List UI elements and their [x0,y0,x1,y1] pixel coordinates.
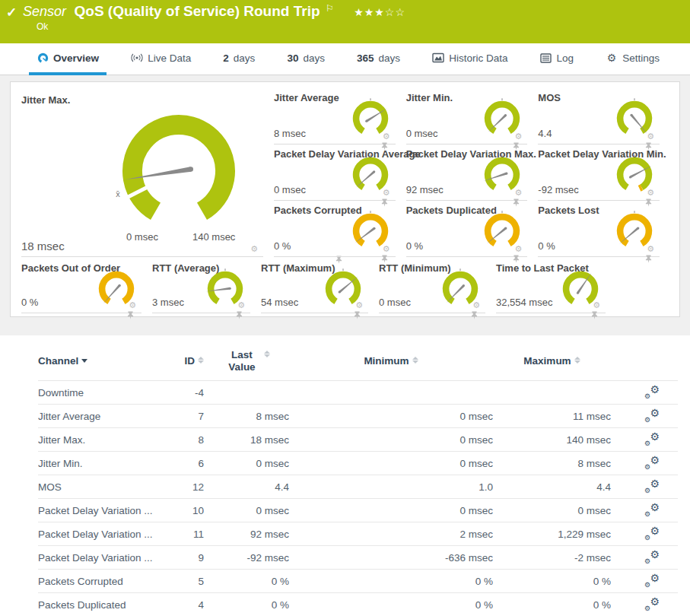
flag-icon[interactable]: ⚐ [326,3,334,14]
channel-maximum: 8 msec [493,458,611,469]
channel-name[interactable]: Packets Corrupted [38,576,173,587]
channel-settings-gears-icon[interactable]: ⚙⚙ [644,597,660,611]
tab-log[interactable]: Log [533,43,582,75]
channel-settings-gears-icon[interactable]: ⚙⚙ [644,503,660,516]
small-gauges-grid: Jitter Average 8 msec ⚙ Jitter Min. 0 ms… [274,88,670,257]
channel-last-value: 0 msec [204,458,289,469]
tab-2-days[interactable]: 2 days [215,43,262,75]
tab-30-days[interactable]: 30 days [279,43,332,75]
main-gauge-block: Jitter Max. x̄ 0 msec 140 msec 18 msec ⚙ [21,88,263,257]
gauge-settings-gear-icon[interactable]: ⚙ [383,132,390,141]
tab-settings[interactable]: ⚙ Settings [598,43,667,75]
sort-icon [198,357,204,364]
channel-id: 7 [173,411,204,422]
channel-name[interactable]: Jitter Min. [38,458,173,469]
channel-settings-gears-icon[interactable]: ⚙⚙ [644,432,660,446]
channel-settings-gears-icon[interactable]: ⚙⚙ [644,479,660,493]
gauge-value: -92 msec [538,184,578,195]
channel-last-value: 0 % [204,576,289,587]
historic-icon [432,52,444,64]
gauge-settings-gear-icon[interactable]: ⚙ [647,189,654,197]
gauge-block-time-to-last-packet: Time to Last Packet 32,554 msec ⚙ [496,259,606,313]
channel-id: 4 [173,599,204,611]
channel-name[interactable]: Packet Delay Variation ... [38,505,173,516]
priority-stars[interactable]: ★★★☆☆ [354,6,405,18]
gauge-settings-gear-icon[interactable]: ⚙ [355,301,363,310]
gauge-settings-gear-icon[interactable]: ⚙ [129,301,136,310]
gauge-settings-gear-icon[interactable]: ⚙ [250,245,258,253]
tab-historic-data[interactable]: Historic Data [424,43,515,75]
gauge-value: 54 msec [261,297,298,308]
channel-name[interactable]: Downtime [38,387,173,398]
tab-overview[interactable]: Overview [29,43,107,75]
table-row: Packets Corrupted 5 0 % 0 % 0 % ⚙⚙ [38,569,678,592]
live-icon [131,52,143,64]
gauge-title: Packet Delay Variation Average [274,148,421,160]
gauge-settings-gear-icon[interactable]: ⚙ [472,301,480,310]
gauge-block-packets-out-of-order: Packets Out of Order 0 % ⚙ [21,259,141,313]
channel-name[interactable]: Packets Duplicated [38,599,173,611]
channel-minimum: 0 % [289,599,493,611]
gauge-value: 4.4 [538,128,552,139]
gauge-value: 0 % [274,240,291,252]
gauges-panel: Jitter Max. x̄ 0 msec 140 msec 18 msec ⚙… [10,81,680,317]
sensor-kind-label: Sensor [23,4,66,19]
gauge-settings-gear-icon[interactable]: ⚙ [647,245,654,253]
channel-maximum: 0 msec [493,505,611,516]
channel-name[interactable]: Jitter Average [38,411,173,422]
column-header-channel[interactable]: Channel [38,355,173,367]
channel-minimum: 2 msec [289,529,493,540]
gauge-settings-gear-icon[interactable]: ⚙ [237,301,245,310]
gauge-block-packets-duplicated: Packets Duplicated 0 % ⚙ [406,201,528,257]
gauge-settings-gear-icon[interactable]: ⚙ [383,189,390,197]
channel-name[interactable]: Packet Delay Variation ... [38,529,173,540]
channel-last-value: 4.4 [204,481,289,493]
tab-live-data[interactable]: Live Data [123,43,199,75]
channel-maximum: 11 msec [493,411,611,422]
gauge-value: 8 msec [274,128,306,139]
status-ok-check-icon: ✓ [6,5,17,21]
gauge-value: 0 msec [406,128,438,139]
channel-settings-gears-icon[interactable]: ⚙⚙ [644,550,660,564]
channel-settings-gears-icon[interactable]: ⚙⚙ [644,385,660,398]
column-header-minimum[interactable]: Minimum [289,355,493,367]
channel-name[interactable]: Jitter Max. [38,434,173,446]
channel-last-value: 0 msec [204,505,289,516]
gauge-settings-gear-icon[interactable]: ⚙ [593,301,600,310]
table-row: Packet Delay Variation ... 9 -92 msec -6… [38,545,678,569]
log-icon [540,52,552,64]
page-title: QoS (Quality of Service) Round Trip [75,3,320,19]
channel-id: 12 [173,481,204,493]
table-row: Packet Delay Variation ... 10 0 msec 0 m… [38,498,678,522]
column-header-id[interactable]: ID [173,355,204,367]
channel-minimum: 0 msec [289,458,493,469]
channel-settings-gears-icon[interactable]: ⚙⚙ [644,573,660,587]
channel-maximum: 1,229 msec [493,529,611,540]
sensor-header: ✓ Sensor QoS (Quality of Service) Round … [0,0,690,43]
gauge-settings-gear-icon[interactable]: ⚙ [514,189,522,197]
channel-name[interactable]: Packet Delay Variation ... [38,552,173,564]
gauge-value: 32,554 msec [496,297,552,308]
table-row: Packets Duplicated 4 0 % 0 % 0 % ⚙⚙ [38,592,678,616]
gauge-settings-gear-icon[interactable]: ⚙ [383,245,390,253]
gauge-value: 0 msec [274,184,306,195]
column-header-maximum[interactable]: Maximum [493,355,611,367]
channel-name[interactable]: MOS [38,481,173,493]
gauge-settings-gear-icon[interactable]: ⚙ [514,132,522,141]
channel-id: 5 [173,576,204,587]
tab-365-days[interactable]: 365 days [349,43,408,75]
channel-settings-gears-icon[interactable]: ⚙⚙ [644,456,660,469]
gauge-settings-gear-icon[interactable]: ⚙ [514,245,522,253]
channel-last-value: 18 msec [204,434,289,446]
gauge-block-rtt-minimum-: RTT (Minimum) 0 msec ⚙ [379,259,485,313]
gauge-block-packets-corrupted: Packets Corrupted 0 % ⚙ [274,201,396,257]
channel-settings-gears-icon[interactable]: ⚙⚙ [644,408,660,422]
table-row: MOS 12 4.4 1.0 4.4 ⚙⚙ [38,475,678,498]
channel-settings-gears-icon[interactable]: ⚙⚙ [644,526,660,540]
gauge-block-rtt-average-: RTT (Average) 3 msec ⚙ [152,259,250,313]
gauge-settings-gear-icon[interactable]: ⚙ [647,132,654,141]
sort-icon [412,357,418,364]
status-badge: Ok [37,21,48,32]
column-header-last-value[interactable]: Last Value [204,349,289,373]
sort-icon [264,351,270,357]
